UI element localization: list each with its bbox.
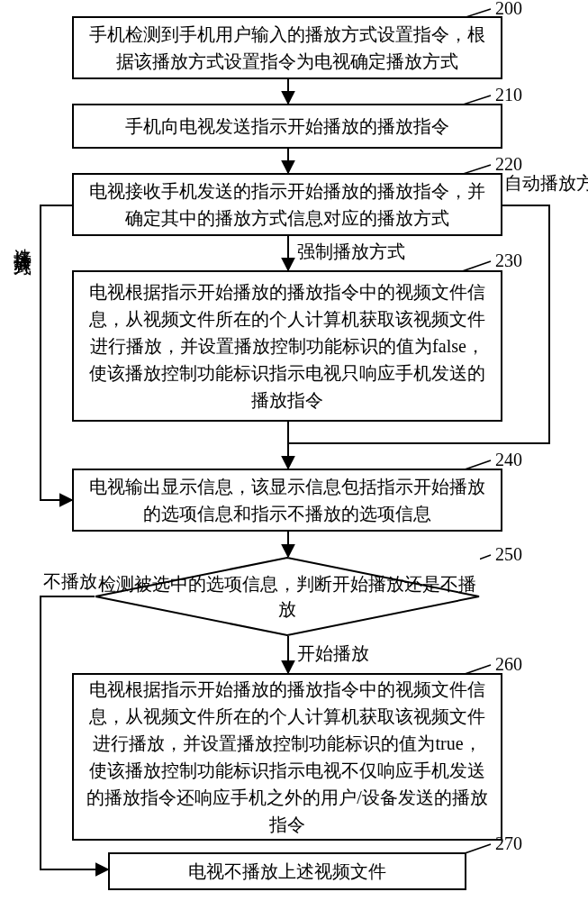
ref-260: 260 bbox=[495, 654, 522, 675]
ref-250: 250 bbox=[495, 544, 522, 565]
step-240-text: 电视输出显示信息，该显示信息包括指示开始播放的选项信息和指示不播放的选项信息 bbox=[86, 473, 488, 527]
step-230: 电视根据指示开始播放的播放指令中的视频文件信息，从视频文件所在的个人计算机获取该… bbox=[72, 270, 502, 422]
step-260-text: 电视根据指示开始播放的播放指令中的视频文件信息，从视频文件所在的个人计算机获取该… bbox=[86, 676, 488, 838]
decision-250: 检测被选中的选项信息，判断开始播放还是不播放 bbox=[95, 557, 480, 636]
step-220: 电视接收手机发送的指示开始播放的播放指令，并确定其中的播放方式信息对应的播放方式 bbox=[72, 173, 502, 236]
step-200-text: 手机检测到手机用户输入的播放方式设置指令，根据该播放方式设置指令为电视确定播放方… bbox=[86, 21, 488, 75]
step-210-text: 手机向电视发送指示开始播放的播放指令 bbox=[125, 113, 449, 140]
step-240: 电视输出显示信息，该显示信息包括指示开始播放的选项信息和指示不播放的选项信息 bbox=[72, 469, 502, 532]
step-270: 电视不播放上述视频文件 bbox=[108, 852, 466, 890]
ref-270: 270 bbox=[495, 833, 522, 854]
step-220-text: 电视接收手机发送的指示开始播放的播放指令，并确定其中的播放方式信息对应的播放方式 bbox=[86, 177, 488, 232]
label-auto-mode: 自动播放方式 bbox=[504, 171, 588, 196]
step-270-text: 电视不播放上述视频文件 bbox=[188, 858, 386, 885]
label-no-play: 不播放 bbox=[43, 569, 97, 594]
label-force-mode: 强制播放方式 bbox=[297, 240, 405, 264]
ref-200: 200 bbox=[495, 0, 522, 19]
step-260: 电视根据指示开始播放的播放指令中的视频文件信息，从视频文件所在的个人计算机获取该… bbox=[72, 673, 502, 841]
step-210: 手机向电视发送指示开始播放的播放指令 bbox=[72, 104, 502, 149]
ref-240: 240 bbox=[495, 450, 522, 470]
step-230-text: 电视根据指示开始播放的播放指令中的视频文件信息，从视频文件所在的个人计算机获取该… bbox=[86, 278, 488, 414]
label-start-play: 开始播放 bbox=[297, 642, 369, 666]
label-select-mode: 选择播放方式 bbox=[11, 234, 35, 245]
step-200: 手机检测到手机用户输入的播放方式设置指令，根据该播放方式设置指令为电视确定播放方… bbox=[72, 16, 502, 79]
decision-250-text: 检测被选中的选项信息，判断开始播放还是不播放 bbox=[98, 574, 476, 619]
flowchart-container: 手机检测到手机用户输入的播放方式设置指令，根据该播放方式设置指令为电视确定播放方… bbox=[0, 0, 588, 901]
ref-230: 230 bbox=[495, 250, 522, 271]
ref-210: 210 bbox=[495, 85, 522, 105]
